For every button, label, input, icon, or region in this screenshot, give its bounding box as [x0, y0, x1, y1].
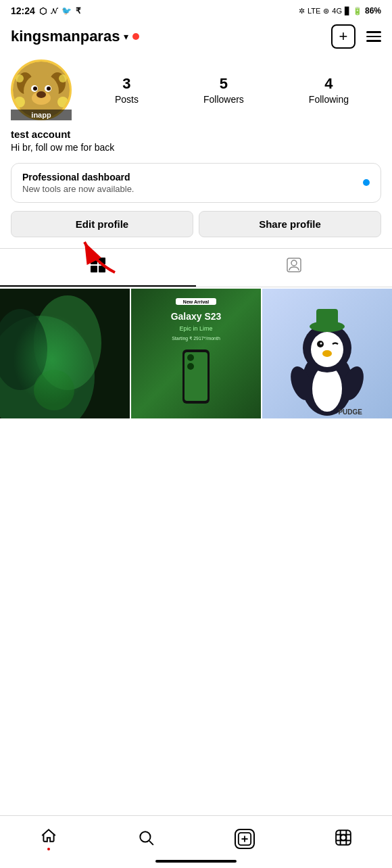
status-time: 12:24 [11, 5, 35, 16]
rupee-icon: ₹ [76, 6, 81, 16]
svg-point-44 [322, 350, 332, 357]
home-indicator-bar [0, 854, 392, 868]
header-left: kingsmanparas ▾ [11, 28, 139, 45]
following-label: Following [309, 94, 349, 105]
svg-text:Starting ₹ 2917*/month: Starting ₹ 2917*/month [172, 336, 220, 341]
followers-stat[interactable]: 5 Followers [203, 75, 244, 105]
svg-rect-17 [91, 266, 97, 272]
hamburger-menu-button[interactable] [366, 31, 381, 42]
bluetooth-icon: ✲ [299, 7, 305, 16]
following-stat[interactable]: 4 Following [309, 75, 349, 105]
svg-point-9 [47, 87, 51, 91]
search-nav-button[interactable] [133, 825, 159, 852]
pro-dashboard-title: Professional dashboard [22, 172, 134, 183]
online-indicator [132, 33, 139, 40]
svg-rect-55 [336, 830, 351, 845]
posts-count: 3 [122, 75, 130, 93]
signal-icon: LTE [308, 7, 320, 15]
profile-stats: 3 Posts 5 Followers 4 Following [82, 75, 381, 105]
grid-cell-3[interactable]: PUDGE [262, 289, 392, 418]
battery-percent: 86% [365, 6, 381, 16]
followers-count: 5 [220, 75, 228, 93]
instagram-status-icon: ⬡ [39, 6, 47, 16]
dropdown-arrow-icon[interactable]: ▾ [124, 31, 128, 42]
battery-icon: 🔋 [353, 7, 362, 16]
reels-nav-button[interactable] [330, 825, 356, 852]
display-name: test account [11, 128, 381, 140]
reels-icon [335, 829, 352, 848]
svg-point-20 [291, 260, 297, 266]
grid-tab[interactable] [0, 249, 196, 287]
grid-image-2: New Arrival Galaxy S23 Epic in Lime Star… [131, 289, 261, 418]
svg-point-23 [34, 295, 101, 390]
grid-image-3: PUDGE [262, 289, 392, 418]
grid-cell-2[interactable]: New Arrival Galaxy S23 Epic in Lime Star… [131, 289, 261, 418]
pro-dashboard-subtitle: New tools are now available. [22, 184, 134, 194]
svg-text:PUDGE: PUDGE [338, 408, 362, 416]
plus-icon: + [339, 28, 348, 45]
action-buttons-row: Edit profile Share profile [0, 211, 392, 248]
profile-info-row: inapp 3 Posts 5 Followers 4 Following [11, 59, 381, 120]
signal-bars-icon: ▊ [345, 7, 350, 16]
avatar[interactable]: inapp [11, 59, 72, 120]
svg-point-50 [140, 831, 150, 842]
home-nav-button[interactable] [36, 823, 62, 854]
svg-point-24 [0, 309, 47, 390]
bio-text: Hi br, foll ow me for back [11, 141, 381, 155]
share-profile-button[interactable]: Share profile [199, 211, 381, 237]
username-label[interactable]: kingsmanparas [11, 28, 120, 45]
new-post-button[interactable]: + [331, 24, 356, 49]
svg-point-5 [36, 91, 46, 98]
svg-rect-46 [316, 309, 338, 329]
svg-rect-18 [99, 266, 105, 272]
svg-text:New Arrival: New Arrival [183, 299, 209, 304]
svg-point-36 [187, 363, 194, 370]
grid-cell-1[interactable] [0, 289, 130, 418]
svg-point-8 [33, 87, 37, 91]
svg-text:Epic in Lime: Epic in Lime [179, 325, 212, 332]
edit-profile-button[interactable]: Edit profile [11, 211, 193, 237]
svg-point-25 [34, 370, 74, 410]
status-bar: 12:24 ⬡ 𝓝 🐦 ₹ ✲ LTE ⊛ 4G ▊ 🔋 86% [0, 0, 392, 19]
home-indicator-pill [155, 860, 237, 863]
professional-dashboard[interactable]: Professional dashboard New tools are now… [11, 163, 381, 203]
svg-rect-16 [99, 258, 105, 264]
menu-line-3 [366, 40, 381, 42]
notifications-icon: 𝓝 [51, 7, 57, 16]
svg-point-43 [320, 342, 322, 344]
svg-line-51 [149, 841, 153, 845]
svg-point-12 [16, 74, 24, 82]
create-icon [235, 829, 255, 849]
posts-stat[interactable]: 3 Posts [115, 75, 139, 105]
svg-rect-15 [91, 258, 97, 264]
profile-section: inapp 3 Posts 5 Followers 4 Following [0, 54, 392, 120]
content-tabs [0, 248, 392, 287]
bottom-spacer [0, 418, 392, 473]
svg-text:Galaxy S23: Galaxy S23 [171, 311, 222, 322]
menu-line-1 [366, 31, 381, 33]
svg-point-13 [59, 74, 67, 82]
svg-point-39 [312, 366, 342, 412]
posts-label: Posts [115, 94, 139, 105]
home-nav-wrapper [40, 827, 57, 850]
pro-dashboard-content: Professional dashboard New tools are now… [22, 172, 134, 194]
grid-icon [90, 257, 106, 277]
create-nav-button[interactable] [230, 825, 259, 853]
avatar-overlay-label: inapp [11, 110, 72, 120]
tagged-tab[interactable] [196, 249, 392, 287]
svg-point-11 [57, 97, 68, 107]
header-actions: + [331, 24, 381, 49]
svg-point-10 [14, 97, 25, 107]
home-icon [40, 827, 57, 846]
svg-point-56 [341, 835, 347, 841]
home-active-dot [47, 848, 50, 850]
search-icon [137, 829, 155, 848]
grid-image-1 [0, 289, 130, 418]
wifi-icon: ⊛ [323, 7, 329, 16]
svg-point-35 [187, 354, 194, 361]
app-header: kingsmanparas ▾ + [0, 19, 392, 54]
network-icon: 4G [332, 7, 342, 15]
pro-dashboard-indicator [363, 179, 370, 186]
svg-point-41 [311, 332, 343, 367]
bio-section: test account Hi br, foll ow me for back [0, 128, 392, 163]
